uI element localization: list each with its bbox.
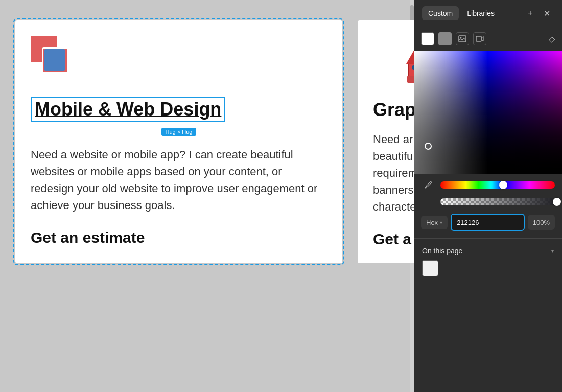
crown-icon — [401, 36, 414, 87]
design-card-2[interactable]: Grap Need arbeautifurequirembanners,char… — [358, 20, 414, 263]
title-wrapper: Mobile & Web Design Hug × Hug — [31, 97, 327, 136]
gradient-canvas[interactable] — [414, 51, 562, 174]
gradient-cursor[interactable] — [425, 143, 432, 150]
tab-custom[interactable]: Custom — [422, 6, 459, 20]
svg-point-9 — [460, 37, 462, 39]
close-button[interactable]: ✕ — [540, 6, 554, 20]
logo-icon — [31, 36, 72, 77]
opacity-slider[interactable] — [440, 198, 555, 205]
swatch-row: ◇ — [414, 27, 562, 51]
on-this-page-chevron-icon: ▾ — [551, 248, 554, 254]
video-icon[interactable] — [473, 32, 486, 45]
svg-marker-2 — [406, 46, 414, 64]
opacity-slider-row — [414, 196, 562, 210]
image-icon[interactable] — [456, 32, 469, 45]
hex-input-wrapper[interactable] — [451, 214, 525, 231]
on-this-page-label: On this page — [422, 247, 549, 255]
card-right-title: Grap — [373, 99, 414, 121]
hue-thumb[interactable] — [499, 181, 507, 189]
opacity-icon[interactable]: ◇ — [549, 34, 555, 44]
card-right-body: Need arbeautifurequirembanners,characte — [373, 131, 414, 215]
hex-label-wrapper[interactable]: Hex ▾ — [421, 216, 448, 229]
gradient-white-overlay — [414, 51, 562, 174]
swatch-gray[interactable] — [438, 32, 452, 45]
cards-container: Mobile & Web Design Hug × Hug Need a web… — [15, 20, 414, 263]
svg-point-11 — [425, 187, 427, 189]
hex-label: Hex — [426, 219, 438, 226]
color-picker-panel: Custom Libraries + ✕ ◇ — [414, 0, 562, 392]
card-body-text: Need a website or mobile app? I can crea… — [31, 146, 327, 214]
logo-rect-inner — [44, 49, 65, 71]
hue-slider-row — [414, 174, 562, 196]
card-title[interactable]: Mobile & Web Design — [31, 97, 327, 122]
eyedropper-button[interactable] — [421, 178, 435, 192]
canvas-area: Mobile & Web Design Hug × Hug Need a web… — [0, 0, 414, 392]
svg-rect-10 — [476, 36, 481, 41]
page-color-swatch[interactable] — [422, 260, 438, 276]
card-right-cta: Get a — [373, 230, 414, 248]
hue-slider[interactable] — [440, 181, 555, 189]
card-cta: Get an estimate — [31, 229, 327, 246]
on-this-page-row[interactable]: On this page ▾ — [414, 242, 562, 260]
panel-divider — [414, 238, 562, 239]
swatch-white[interactable] — [421, 32, 434, 45]
opacity-input-wrapper[interactable]: 100% — [528, 215, 555, 230]
design-card-1[interactable]: Mobile & Web Design Hug × Hug Need a web… — [15, 20, 342, 263]
hug-badge: Hug × Hug — [161, 128, 197, 136]
hex-row: Hex ▾ 100% — [414, 210, 562, 235]
add-button[interactable]: + — [523, 6, 537, 20]
tab-libraries[interactable]: Libraries — [461, 6, 501, 20]
opacity-thumb[interactable] — [553, 198, 561, 206]
svg-rect-5 — [407, 76, 414, 83]
hex-chevron-icon: ▾ — [440, 220, 442, 225]
panel-header: Custom Libraries + ✕ — [414, 0, 562, 27]
hex-input[interactable] — [457, 219, 519, 226]
logo-area — [31, 36, 327, 77]
opacity-value: 100% — [533, 219, 550, 226]
